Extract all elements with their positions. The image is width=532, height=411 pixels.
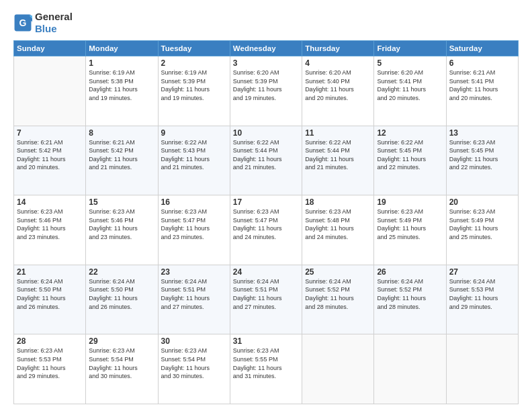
calendar-cell: 13Sunrise: 6:23 AM Sunset: 5:45 PM Dayli…	[446, 126, 518, 195]
day-info: Sunrise: 6:19 AM Sunset: 5:38 PM Dayligh…	[89, 68, 154, 102]
day-info: Sunrise: 6:24 AM Sunset: 5:50 PM Dayligh…	[89, 277, 154, 311]
calendar-cell: 26Sunrise: 6:24 AM Sunset: 5:52 PM Dayli…	[374, 265, 446, 334]
day-number: 23	[161, 267, 227, 277]
day-number: 10	[233, 128, 299, 138]
day-info: Sunrise: 6:22 AM Sunset: 5:45 PM Dayligh…	[377, 138, 443, 172]
day-number: 8	[89, 128, 154, 138]
calendar-cell: 9Sunrise: 6:22 AM Sunset: 5:43 PM Daylig…	[158, 126, 230, 195]
day-number: 14	[17, 197, 83, 207]
day-info: Sunrise: 6:24 AM Sunset: 5:51 PM Dayligh…	[161, 277, 227, 311]
calendar-table: SundayMondayTuesdayWednesdayThursdayFrid…	[13, 40, 519, 404]
day-number: 25	[305, 267, 371, 277]
svg-text:G: G	[19, 17, 27, 28]
header-tuesday: Tuesday	[158, 41, 230, 56]
calendar-cell: 2Sunrise: 6:19 AM Sunset: 5:39 PM Daylig…	[158, 56, 230, 126]
day-info: Sunrise: 6:23 AM Sunset: 5:47 PM Dayligh…	[233, 208, 299, 241]
calendar-cell: 27Sunrise: 6:24 AM Sunset: 5:53 PM Dayli…	[446, 265, 518, 334]
logo: G General Blue	[13, 11, 73, 35]
day-number: 21	[17, 267, 83, 277]
calendar-cell: 14Sunrise: 6:23 AM Sunset: 5:46 PM Dayli…	[14, 195, 86, 265]
page: G General Blue SundayMondayTuesdayWednes…	[0, 0, 532, 411]
day-info: Sunrise: 6:20 AM Sunset: 5:40 PM Dayligh…	[305, 68, 371, 102]
day-info: Sunrise: 6:19 AM Sunset: 5:39 PM Dayligh…	[161, 68, 227, 102]
calendar-cell: 16Sunrise: 6:23 AM Sunset: 5:47 PM Dayli…	[158, 195, 230, 265]
day-info: Sunrise: 6:20 AM Sunset: 5:41 PM Dayligh…	[377, 68, 443, 102]
day-number: 13	[449, 128, 515, 138]
header: G General Blue	[13, 11, 519, 35]
day-info: Sunrise: 6:24 AM Sunset: 5:52 PM Dayligh…	[377, 277, 443, 311]
day-info: Sunrise: 6:24 AM Sunset: 5:51 PM Dayligh…	[233, 277, 299, 311]
day-info: Sunrise: 6:21 AM Sunset: 5:42 PM Dayligh…	[89, 138, 154, 172]
day-number: 22	[89, 267, 154, 277]
calendar-cell: 12Sunrise: 6:22 AM Sunset: 5:45 PM Dayli…	[374, 126, 446, 195]
calendar-cell: 19Sunrise: 6:23 AM Sunset: 5:49 PM Dayli…	[374, 195, 446, 265]
calendar-cell: 1Sunrise: 6:19 AM Sunset: 5:38 PM Daylig…	[86, 56, 158, 126]
day-info: Sunrise: 6:23 AM Sunset: 5:54 PM Dayligh…	[161, 347, 227, 380]
day-info: Sunrise: 6:23 AM Sunset: 5:54 PM Dayligh…	[89, 347, 154, 380]
calendar-cell: 29Sunrise: 6:23 AM Sunset: 5:54 PM Dayli…	[86, 334, 158, 404]
calendar-cell: 8Sunrise: 6:21 AM Sunset: 5:42 PM Daylig…	[86, 126, 158, 195]
calendar-cell: 6Sunrise: 6:21 AM Sunset: 5:41 PM Daylig…	[446, 56, 518, 126]
calendar-cell	[374, 334, 446, 404]
week-row-1: 1Sunrise: 6:19 AM Sunset: 5:38 PM Daylig…	[14, 56, 519, 126]
calendar-cell: 5Sunrise: 6:20 AM Sunset: 5:41 PM Daylig…	[374, 56, 446, 126]
calendar-cell	[14, 56, 86, 126]
day-info: Sunrise: 6:24 AM Sunset: 5:52 PM Dayligh…	[305, 277, 371, 311]
day-number: 15	[89, 197, 154, 207]
calendar-cell: 4Sunrise: 6:20 AM Sunset: 5:40 PM Daylig…	[302, 56, 374, 126]
day-number: 11	[305, 128, 371, 138]
day-number: 4	[305, 58, 371, 68]
day-number: 17	[233, 197, 299, 207]
calendar-cell: 21Sunrise: 6:24 AM Sunset: 5:50 PM Dayli…	[14, 265, 86, 334]
calendar-header-row: SundayMondayTuesdayWednesdayThursdayFrid…	[14, 41, 519, 56]
day-number: 26	[377, 267, 443, 277]
calendar-cell: 24Sunrise: 6:24 AM Sunset: 5:51 PM Dayli…	[230, 265, 302, 334]
week-row-5: 28Sunrise: 6:23 AM Sunset: 5:53 PM Dayli…	[14, 334, 519, 404]
calendar-cell: 20Sunrise: 6:23 AM Sunset: 5:49 PM Dayli…	[446, 195, 518, 265]
day-info: Sunrise: 6:23 AM Sunset: 5:48 PM Dayligh…	[305, 208, 371, 241]
day-info: Sunrise: 6:23 AM Sunset: 5:49 PM Dayligh…	[377, 208, 443, 241]
day-info: Sunrise: 6:21 AM Sunset: 5:42 PM Dayligh…	[17, 138, 83, 172]
day-number: 7	[17, 128, 83, 138]
day-info: Sunrise: 6:20 AM Sunset: 5:39 PM Dayligh…	[233, 68, 299, 102]
calendar-cell: 18Sunrise: 6:23 AM Sunset: 5:48 PM Dayli…	[302, 195, 374, 265]
header-saturday: Saturday	[446, 41, 518, 56]
calendar-cell: 22Sunrise: 6:24 AM Sunset: 5:50 PM Dayli…	[86, 265, 158, 334]
day-number: 6	[449, 58, 515, 68]
day-number: 29	[89, 336, 154, 346]
day-info: Sunrise: 6:23 AM Sunset: 5:55 PM Dayligh…	[233, 347, 299, 380]
day-info: Sunrise: 6:23 AM Sunset: 5:46 PM Dayligh…	[17, 208, 83, 241]
calendar-cell: 31Sunrise: 6:23 AM Sunset: 5:55 PM Dayli…	[230, 334, 302, 404]
day-number: 16	[161, 197, 227, 207]
calendar-cell	[446, 334, 518, 404]
calendar-cell: 15Sunrise: 6:23 AM Sunset: 5:46 PM Dayli…	[86, 195, 158, 265]
day-number: 20	[449, 197, 515, 207]
calendar-cell: 30Sunrise: 6:23 AM Sunset: 5:54 PM Dayli…	[158, 334, 230, 404]
calendar-cell: 17Sunrise: 6:23 AM Sunset: 5:47 PM Dayli…	[230, 195, 302, 265]
calendar-cell: 25Sunrise: 6:24 AM Sunset: 5:52 PM Dayli…	[302, 265, 374, 334]
calendar-cell: 10Sunrise: 6:22 AM Sunset: 5:44 PM Dayli…	[230, 126, 302, 195]
day-info: Sunrise: 6:24 AM Sunset: 5:53 PM Dayligh…	[449, 277, 515, 311]
header-friday: Friday	[374, 41, 446, 56]
calendar-cell: 28Sunrise: 6:23 AM Sunset: 5:53 PM Dayli…	[14, 334, 86, 404]
day-info: Sunrise: 6:22 AM Sunset: 5:43 PM Dayligh…	[161, 138, 227, 172]
day-info: Sunrise: 6:23 AM Sunset: 5:47 PM Dayligh…	[161, 208, 227, 241]
day-number: 3	[233, 58, 299, 68]
header-wednesday: Wednesday	[230, 41, 302, 56]
header-thursday: Thursday	[302, 41, 374, 56]
calendar-cell: 11Sunrise: 6:22 AM Sunset: 5:44 PM Dayli…	[302, 126, 374, 195]
day-number: 9	[161, 128, 227, 138]
day-info: Sunrise: 6:22 AM Sunset: 5:44 PM Dayligh…	[233, 138, 299, 172]
logo-icon: G	[13, 13, 32, 32]
day-number: 1	[89, 58, 154, 68]
day-info: Sunrise: 6:23 AM Sunset: 5:45 PM Dayligh…	[449, 138, 515, 172]
calendar-cell: 7Sunrise: 6:21 AM Sunset: 5:42 PM Daylig…	[14, 126, 86, 195]
day-number: 12	[377, 128, 443, 138]
header-sunday: Sunday	[14, 41, 86, 56]
day-info: Sunrise: 6:23 AM Sunset: 5:49 PM Dayligh…	[449, 208, 515, 241]
week-row-2: 7Sunrise: 6:21 AM Sunset: 5:42 PM Daylig…	[14, 126, 519, 195]
calendar-cell: 23Sunrise: 6:24 AM Sunset: 5:51 PM Dayli…	[158, 265, 230, 334]
day-info: Sunrise: 6:21 AM Sunset: 5:41 PM Dayligh…	[449, 68, 515, 102]
day-info: Sunrise: 6:22 AM Sunset: 5:44 PM Dayligh…	[305, 138, 371, 172]
day-number: 5	[377, 58, 443, 68]
